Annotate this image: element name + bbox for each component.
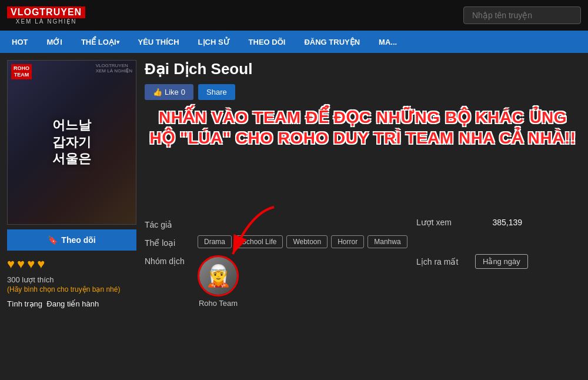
luot-xem-value: 385,139 — [475, 218, 522, 227]
hearts-row: ♥ ♥ ♥ ♥ — [7, 256, 136, 272]
lich-ra-mat-value: Hằng ngày — [475, 254, 528, 269]
team-avatar-face: 🧝 — [205, 265, 232, 286]
cover-text: 어느날갑자기서울은 — [52, 117, 91, 168]
like-number: 0 — [181, 88, 185, 96]
nav-the-loai[interactable]: THỂ LOẠI — [72, 31, 129, 53]
tag-school-life[interactable]: School Life — [235, 235, 283, 248]
status-row: Tình trạng Đang tiến hành — [7, 299, 136, 308]
lich-ra-mat-label: Lịch ra mất — [416, 257, 475, 266]
nav-lich-su[interactable]: LỊCH SỬ — [189, 31, 239, 53]
follow-label: Theo dõi — [61, 235, 95, 245]
nav-moi[interactable]: MỚI — [37, 31, 71, 53]
overlay-text: NHẤN VÀO TEAM ĐỂ ĐỌC NHỮNG BỘ KHÁC ỦNG H… — [145, 107, 581, 148]
cover-watermark: VLOGTRUYENXEM LÀ NGHIỆN — [96, 63, 132, 74]
manga-title: Đại Dịch Seoul — [145, 60, 581, 78]
bookmark-icon: 🔖 — [48, 235, 58, 245]
nav-hot[interactable]: HOT — [2, 31, 37, 53]
row-the-loai: Thể loại Drama School Life Webtoon Horro… — [145, 235, 581, 248]
nav-theo-doi[interactable]: THEO DÕI — [239, 31, 295, 53]
like-vote-cta[interactable]: (Hãy bình chọn cho truyện bạn nhé) — [7, 285, 136, 294]
the-loai-label: Thể loại — [145, 236, 198, 248]
thumb-icon: 👍 — [153, 88, 162, 96]
action-buttons: 👍 Like 0 Share — [145, 84, 581, 100]
follow-button[interactable]: 🔖 Theo dõi — [7, 229, 136, 251]
info-section: Tác giả Lượt xem 385,139 Thể loại Drama … — [145, 218, 581, 308]
status-value: Đang tiến hành — [46, 299, 99, 308]
roho-badge: ROHOTEAM — [11, 64, 32, 79]
team-name: Roho Team — [199, 299, 238, 308]
logo[interactable]: VLOGTRUYEN XEM LÀ NGHIỆN — [7, 6, 85, 25]
nhom-dich-label: Nhóm dịch — [145, 254, 198, 266]
tag-drama[interactable]: Drama — [198, 235, 232, 248]
tac-gia-label: Tác giả — [145, 218, 198, 229]
like-label: Like — [165, 88, 179, 96]
logo-bottom: XEM LÀ NGHIỆN — [16, 18, 77, 25]
heart-1: ♥ — [7, 256, 15, 272]
header: VLOGTRUYEN XEM LÀ NGHIỆN — [0, 0, 588, 31]
search-input[interactable] — [463, 6, 581, 24]
tag-manhwa[interactable]: Manhwa — [368, 235, 407, 248]
right-panel: Đại Dịch Seoul 👍 Like 0 Share NHẤN VÀO T… — [145, 60, 581, 373]
heart-4: ♥ — [37, 256, 45, 272]
nav-bar: HOT MỚI THỂ LOẠI YÊU THÍCH LỊCH SỬ THEO … — [0, 31, 588, 53]
overlay-line-2: HỘ "LÚA" CHO ROHO DUY TRÌ TEAM NHA CẢ NH… — [145, 128, 581, 148]
share-button[interactable]: Share — [198, 84, 235, 100]
nav-yeu-thich[interactable]: YÊU THÍCH — [129, 31, 189, 53]
genre-tags: Drama School Life Webtoon Horror Manhwa — [198, 235, 407, 248]
logo-top: VLOGTRUYEN — [7, 6, 85, 18]
cover-image: ROHOTEAM VLOGTRUYENXEM LÀ NGHIỆN 어느날갑자기서… — [7, 60, 136, 225]
team-avatar[interactable]: 🧝 — [198, 255, 239, 296]
tag-horror[interactable]: Horror — [331, 235, 364, 248]
heart-2: ♥ — [17, 256, 25, 272]
row-nhom-dich: Nhóm dịch 🧝 Roho Team Lịch ra mất Hằng n… — [145, 254, 581, 308]
like-count: 300 lượt thích — [7, 275, 136, 284]
main-content: ROHOTEAM VLOGTRUYENXEM LÀ NGHIỆN 어느날갑자기서… — [0, 53, 588, 380]
status-label: Tình trạng — [7, 299, 42, 308]
luot-xem-label: Lượt xem — [416, 218, 475, 227]
nav-dang-truyen[interactable]: ĐĂNG TRUYỆN — [295, 31, 369, 53]
like-button[interactable]: 👍 Like 0 — [145, 84, 193, 100]
row-tac-gia: Tác giả Lượt xem 385,139 — [145, 218, 581, 229]
left-panel: ROHOTEAM VLOGTRUYENXEM LÀ NGHIỆN 어느날갑자기서… — [7, 60, 136, 373]
heart-3: ♥ — [27, 256, 35, 272]
overlay-line-1: NHẤN VÀO TEAM ĐỂ ĐỌC NHỮNG BỘ KHÁC ỦNG — [145, 107, 581, 128]
tag-webtoon[interactable]: Webtoon — [286, 235, 328, 248]
nav-more[interactable]: MA... — [369, 31, 406, 53]
